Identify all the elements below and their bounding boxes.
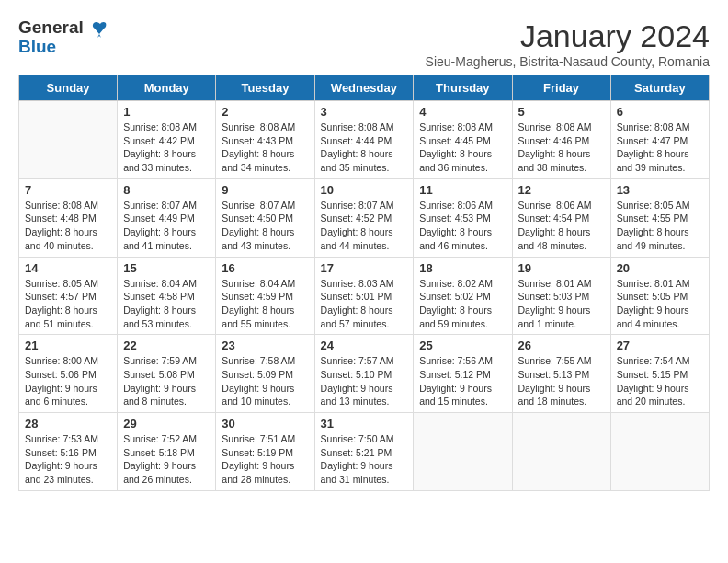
- day-info: Sunrise: 8:01 AM Sunset: 5:05 PM Dayligh…: [617, 277, 703, 331]
- calendar-cell: 7Sunrise: 8:08 AM Sunset: 4:48 PM Daylig…: [19, 178, 118, 257]
- day-number: 5: [518, 105, 605, 119]
- calendar-cell: 4Sunrise: 8:08 AM Sunset: 4:45 PM Daylig…: [414, 101, 512, 179]
- day-number: 9: [222, 183, 308, 197]
- day-number: 15: [123, 261, 210, 275]
- day-number: 19: [518, 261, 605, 275]
- day-number: 18: [419, 261, 506, 275]
- day-number: 12: [518, 183, 605, 197]
- calendar-table: SundayMondayTuesdayWednesdayThursdayFrid…: [18, 75, 710, 491]
- weekday-header-sunday: Sunday: [19, 75, 118, 101]
- logo-bird-icon: [89, 21, 109, 38]
- calendar-cell: 8Sunrise: 8:07 AM Sunset: 4:49 PM Daylig…: [118, 178, 216, 257]
- weekday-header-monday: Monday: [118, 75, 216, 101]
- day-info: Sunrise: 8:00 AM Sunset: 5:06 PM Dayligh…: [25, 354, 111, 408]
- calendar-cell: 5Sunrise: 8:08 AM Sunset: 4:46 PM Daylig…: [512, 101, 610, 179]
- day-number: 8: [123, 183, 210, 197]
- day-info: Sunrise: 8:07 AM Sunset: 4:52 PM Dayligh…: [321, 199, 408, 253]
- calendar-cell: 23Sunrise: 7:58 AM Sunset: 5:09 PM Dayli…: [216, 335, 314, 413]
- logo-line: General: [18, 18, 109, 38]
- day-number: 7: [25, 183, 111, 197]
- calendar-cell: 1Sunrise: 8:08 AM Sunset: 4:42 PM Daylig…: [118, 101, 216, 179]
- header: General Blue January 2024 Sieu-Magherus,…: [18, 18, 710, 69]
- day-number: 28: [25, 417, 111, 431]
- calendar-cell: [19, 101, 118, 179]
- calendar-cell: 10Sunrise: 8:07 AM Sunset: 4:52 PM Dayli…: [314, 178, 414, 257]
- calendar-week-row: 14Sunrise: 8:05 AM Sunset: 4:57 PM Dayli…: [19, 257, 710, 335]
- day-info: Sunrise: 8:08 AM Sunset: 4:45 PM Dayligh…: [419, 121, 506, 175]
- day-info: Sunrise: 7:54 AM Sunset: 5:15 PM Dayligh…: [617, 354, 703, 408]
- calendar-cell: 19Sunrise: 8:01 AM Sunset: 5:03 PM Dayli…: [512, 257, 610, 335]
- day-info: Sunrise: 8:08 AM Sunset: 4:48 PM Dayligh…: [25, 199, 111, 253]
- day-info: Sunrise: 8:02 AM Sunset: 5:02 PM Dayligh…: [419, 277, 506, 331]
- day-info: Sunrise: 7:57 AM Sunset: 5:10 PM Dayligh…: [321, 354, 408, 408]
- day-info: Sunrise: 8:01 AM Sunset: 5:03 PM Dayligh…: [518, 277, 605, 331]
- day-number: 25: [419, 339, 506, 352]
- logo-blue: Blue: [18, 37, 56, 56]
- day-info: Sunrise: 7:55 AM Sunset: 5:13 PM Dayligh…: [518, 354, 605, 408]
- day-info: Sunrise: 8:08 AM Sunset: 4:47 PM Dayligh…: [617, 121, 703, 175]
- weekday-header-friday: Friday: [512, 75, 610, 101]
- day-info: Sunrise: 8:05 AM Sunset: 4:57 PM Dayligh…: [25, 277, 111, 331]
- calendar-cell: 14Sunrise: 8:05 AM Sunset: 4:57 PM Dayli…: [19, 257, 118, 335]
- day-info: Sunrise: 8:07 AM Sunset: 4:49 PM Dayligh…: [123, 199, 210, 253]
- day-number: 4: [419, 105, 506, 119]
- calendar-cell: 18Sunrise: 8:02 AM Sunset: 5:02 PM Dayli…: [414, 257, 512, 335]
- day-info: Sunrise: 8:08 AM Sunset: 4:46 PM Dayligh…: [518, 121, 605, 175]
- day-info: Sunrise: 8:08 AM Sunset: 4:43 PM Dayligh…: [222, 121, 308, 175]
- weekday-header-thursday: Thursday: [414, 75, 512, 101]
- weekday-header-saturday: Saturday: [610, 75, 709, 101]
- day-number: 10: [321, 183, 408, 197]
- weekday-header-tuesday: Tuesday: [216, 75, 314, 101]
- day-info: Sunrise: 8:03 AM Sunset: 5:01 PM Dayligh…: [321, 277, 408, 331]
- day-number: 30: [222, 417, 308, 431]
- day-number: 31: [321, 417, 408, 431]
- calendar-cell: 30Sunrise: 7:51 AM Sunset: 5:19 PM Dayli…: [216, 413, 314, 491]
- day-info: Sunrise: 7:53 AM Sunset: 5:16 PM Dayligh…: [25, 432, 111, 487]
- day-number: 13: [617, 183, 703, 197]
- day-number: 20: [617, 261, 703, 275]
- day-number: 6: [617, 105, 703, 119]
- calendar-cell: 25Sunrise: 7:56 AM Sunset: 5:12 PM Dayli…: [414, 335, 512, 413]
- day-number: 3: [321, 105, 408, 119]
- calendar-week-row: 28Sunrise: 7:53 AM Sunset: 5:16 PM Dayli…: [19, 413, 710, 491]
- day-info: Sunrise: 7:58 AM Sunset: 5:09 PM Dayligh…: [222, 354, 308, 408]
- day-info: Sunrise: 7:52 AM Sunset: 5:18 PM Dayligh…: [123, 432, 210, 487]
- weekday-header-row: SundayMondayTuesdayWednesdayThursdayFrid…: [19, 75, 710, 101]
- calendar-header: SundayMondayTuesdayWednesdayThursdayFrid…: [19, 75, 710, 101]
- calendar-cell: 31Sunrise: 7:50 AM Sunset: 5:21 PM Dayli…: [314, 413, 414, 491]
- title-section: January 2024 Sieu-Magherus, Bistrita-Nas…: [426, 18, 710, 69]
- day-number: 2: [222, 105, 308, 119]
- location-subtitle: Sieu-Magherus, Bistrita-Nasaud County, R…: [426, 54, 710, 69]
- calendar-cell: 29Sunrise: 7:52 AM Sunset: 5:18 PM Dayli…: [118, 413, 216, 491]
- month-year-title: January 2024: [426, 18, 710, 54]
- calendar-cell: 9Sunrise: 8:07 AM Sunset: 4:50 PM Daylig…: [216, 178, 314, 257]
- day-info: Sunrise: 8:04 AM Sunset: 4:59 PM Dayligh…: [222, 277, 308, 331]
- calendar-cell: 12Sunrise: 8:06 AM Sunset: 4:54 PM Dayli…: [512, 178, 610, 257]
- calendar-body: 1Sunrise: 8:08 AM Sunset: 4:42 PM Daylig…: [19, 101, 710, 491]
- day-number: 26: [518, 339, 605, 352]
- calendar-cell: 27Sunrise: 7:54 AM Sunset: 5:15 PM Dayli…: [610, 335, 709, 413]
- calendar-cell: [414, 413, 512, 491]
- day-number: 21: [25, 339, 111, 352]
- day-number: 27: [617, 339, 703, 352]
- day-info: Sunrise: 7:51 AM Sunset: 5:19 PM Dayligh…: [222, 432, 308, 487]
- day-info: Sunrise: 8:06 AM Sunset: 4:54 PM Dayligh…: [518, 199, 605, 253]
- day-info: Sunrise: 7:59 AM Sunset: 5:08 PM Dayligh…: [123, 354, 210, 408]
- calendar-cell: 21Sunrise: 8:00 AM Sunset: 5:06 PM Dayli…: [19, 335, 118, 413]
- day-info: Sunrise: 8:04 AM Sunset: 4:58 PM Dayligh…: [123, 277, 210, 331]
- calendar-cell: 22Sunrise: 7:59 AM Sunset: 5:08 PM Dayli…: [118, 335, 216, 413]
- calendar-cell: 6Sunrise: 8:08 AM Sunset: 4:47 PM Daylig…: [610, 101, 709, 179]
- day-info: Sunrise: 8:06 AM Sunset: 4:53 PM Dayligh…: [419, 199, 506, 253]
- day-number: 24: [321, 339, 408, 352]
- day-info: Sunrise: 7:50 AM Sunset: 5:21 PM Dayligh…: [321, 432, 408, 487]
- day-number: 17: [321, 261, 408, 275]
- calendar-cell: 3Sunrise: 8:08 AM Sunset: 4:44 PM Daylig…: [314, 101, 414, 179]
- calendar-cell: 17Sunrise: 8:03 AM Sunset: 5:01 PM Dayli…: [314, 257, 414, 335]
- logo-general: General: [18, 17, 84, 37]
- calendar-cell: 16Sunrise: 8:04 AM Sunset: 4:59 PM Dayli…: [216, 257, 314, 335]
- day-number: 1: [123, 105, 210, 119]
- calendar-week-row: 7Sunrise: 8:08 AM Sunset: 4:48 PM Daylig…: [19, 178, 710, 257]
- day-info: Sunrise: 7:56 AM Sunset: 5:12 PM Dayligh…: [419, 354, 506, 408]
- calendar-cell: 24Sunrise: 7:57 AM Sunset: 5:10 PM Dayli…: [314, 335, 414, 413]
- calendar-week-row: 21Sunrise: 8:00 AM Sunset: 5:06 PM Dayli…: [19, 335, 710, 413]
